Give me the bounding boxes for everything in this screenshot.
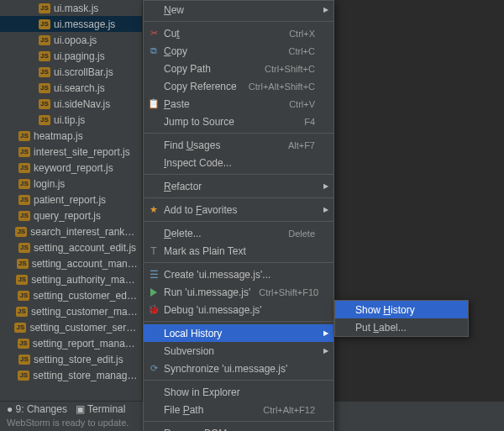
submenu-item[interactable]: Put Label...: [335, 318, 468, 336]
chevron-right-icon: ▶: [323, 206, 328, 213]
js-file-icon: JS: [16, 306, 28, 318]
scissors-icon: ✂: [147, 27, 160, 40]
terminal-tool-button[interactable]: ▣ Terminal: [76, 403, 125, 415]
tree-file[interactable]: JSui.paging.js: [0, 48, 142, 64]
menu-separator: [144, 197, 333, 198]
tree-file[interactable]: JSsetting_account_manage.js: [0, 255, 142, 271]
menu-shortcut: Ctrl+Alt+F12: [263, 405, 315, 415]
js-file-icon: JS: [18, 130, 30, 142]
context-menu-item[interactable]: Jump to SourceF4: [144, 113, 333, 130]
menu-separator: [144, 380, 333, 381]
tree-file[interactable]: JSsetting_customer_service_edit.js: [0, 319, 142, 335]
context-menu-item[interactable]: ✂CutCtrl+X: [144, 24, 333, 42]
menu-shortcut: Ctrl+Shift+F10: [259, 287, 318, 297]
tree-file[interactable]: JSpatient_report.js: [0, 192, 142, 208]
run-cfg-icon: ☰: [147, 268, 160, 281]
context-menu-item[interactable]: New▶: [144, 1, 333, 18]
context-menu-item[interactable]: Refactor▶: [144, 177, 333, 195]
tree-file[interactable]: JSlogin.js: [0, 176, 142, 192]
file-name: setting_authority_manage.js: [31, 274, 139, 286]
tree-file[interactable]: JSsetting_authority_manage.js: [0, 271, 142, 287]
tree-file[interactable]: JSui.opoa.js: [0, 32, 142, 48]
tree-file[interactable]: JSui.search.js: [0, 80, 142, 96]
js-file-icon: JS: [14, 322, 26, 334]
tree-file[interactable]: JSsetting_customer_manage.js: [0, 303, 142, 319]
js-file-icon: JS: [17, 258, 29, 270]
js-file-icon: JS: [18, 290, 29, 302]
tree-file[interactable]: JSheatmap.js: [0, 128, 142, 144]
menu-label: Local History: [164, 328, 315, 339]
context-menu-item[interactable]: Run 'ui.message.js'Ctrl+Shift+F10: [144, 283, 333, 301]
context-menu-item[interactable]: 📋PasteCtrl+V: [144, 95, 333, 113]
paste-icon: 📋: [147, 97, 160, 111]
file-name: setting_store_manage.js: [33, 370, 139, 381]
tree-file[interactable]: JSinterest_site_report.js: [0, 144, 142, 160]
tree-file[interactable]: JSquery_report.js: [0, 208, 142, 223]
menu-label: Show in Explorer: [164, 386, 315, 398]
context-menu-item[interactable]: Remove BOM: [144, 424, 333, 431]
tree-file[interactable]: JSsetting_report_manage.js: [0, 335, 142, 351]
context-menu-item[interactable]: TMark as Plain Text: [144, 242, 333, 260]
menu-label: Show History: [355, 304, 449, 316]
menu-separator: [144, 174, 333, 175]
context-menu-item[interactable]: ★Add to Favorites▶: [144, 201, 333, 218]
file-name: patient_report.js: [34, 194, 106, 206]
menu-label: Copy Path: [164, 63, 256, 75]
menu-label: Put Label...: [355, 322, 449, 334]
file-name: setting_account_edit.js: [34, 242, 136, 254]
menu-label: Refactor: [164, 181, 315, 192]
file-name: ui.sideNav.js: [54, 98, 110, 110]
context-menu-item[interactable]: ⧉CopyCtrl+C: [144, 42, 333, 60]
js-file-icon: JS: [39, 18, 50, 30]
local-history-submenu[interactable]: Show HistoryPut Label...: [334, 300, 469, 337]
context-menu-item[interactable]: Show in Explorer: [144, 383, 333, 401]
context-menu[interactable]: New▶✂CutCtrl+X⧉CopyCtrl+CCopy PathCtrl+S…: [143, 0, 334, 431]
file-name: ui.mask.js: [54, 3, 98, 14]
context-menu-item[interactable]: Delete...Delete: [144, 224, 333, 242]
js-file-icon: JS: [18, 146, 30, 158]
tree-file[interactable]: JSui.scrollBar.js: [0, 64, 142, 80]
menu-label: Paste: [164, 98, 281, 110]
tree-file[interactable]: JSui.message.js: [0, 16, 142, 32]
context-menu-item[interactable]: Find UsagesAlt+F7: [144, 136, 333, 154]
menu-shortcut: Ctrl+V: [289, 99, 315, 109]
tree-file[interactable]: JSui.tip.js: [0, 112, 142, 128]
context-menu-item[interactable]: Local History▶: [144, 324, 333, 342]
tree-file[interactable]: JSsetting_customer_edit.js: [0, 287, 142, 303]
tree-file[interactable]: JSsetting_store_edit.js: [0, 351, 142, 367]
file-name: setting_report_manage.js: [33, 338, 139, 350]
tree-file[interactable]: JSkeyword_report.js: [0, 160, 142, 176]
context-menu-item[interactable]: Copy ReferenceCtrl+Alt+Shift+C: [144, 77, 333, 95]
file-name: ui.message.js: [54, 18, 115, 30]
tree-file[interactable]: JSsetting_account_edit.js: [0, 239, 142, 255]
file-name: setting_customer_manage.js: [31, 306, 139, 318]
file-name: ui.paging.js: [54, 50, 105, 62]
file-name: ui.search.js: [54, 82, 105, 94]
copy-icon: ⧉: [147, 45, 160, 58]
js-file-icon: JS: [18, 354, 30, 365]
tree-file[interactable]: JSsetting_store_manage.js: [0, 367, 142, 383]
menu-label: Remove BOM: [164, 428, 315, 432]
context-menu-item[interactable]: Subversion▶: [144, 342, 333, 360]
context-menu-item[interactable]: File PathCtrl+Alt+F12: [144, 401, 333, 418]
tree-file[interactable]: JSui.sideNav.js: [0, 96, 142, 112]
context-menu-item[interactable]: ⟳Synchronize 'ui.message.js': [144, 360, 333, 377]
menu-separator: [144, 421, 333, 422]
submenu-item[interactable]: Show History: [335, 301, 468, 318]
menu-shortcut: Ctrl+X: [289, 29, 315, 39]
vcs-changes-tool-button[interactable]: ● 9: Changes: [7, 403, 67, 415]
js-file-icon: JS: [18, 162, 30, 174]
project-tree[interactable]: JSui.mask.jsJSui.message.jsJSui.opoa.jsJ…: [0, 0, 143, 431]
context-menu-item[interactable]: ☰Create 'ui.message.js'...: [144, 265, 333, 283]
context-menu-item[interactable]: 🐞Debug 'ui.message.js': [144, 301, 333, 318]
context-menu-item[interactable]: Copy PathCtrl+Shift+C: [144, 60, 333, 77]
file-name: keyword_report.js: [34, 162, 113, 174]
sync-icon: ⟳: [147, 362, 160, 376]
star-icon: ★: [147, 203, 160, 217]
menu-label: Mark as Plain Text: [164, 245, 315, 257]
context-menu-item[interactable]: Inspect Code...: [144, 154, 333, 171]
js-file-icon: JS: [16, 274, 28, 286]
menu-label: Copy: [164, 45, 281, 57]
tree-file[interactable]: JSsearch_interest_rank_report.js: [0, 223, 142, 239]
tree-file[interactable]: JSui.mask.js: [0, 0, 142, 16]
